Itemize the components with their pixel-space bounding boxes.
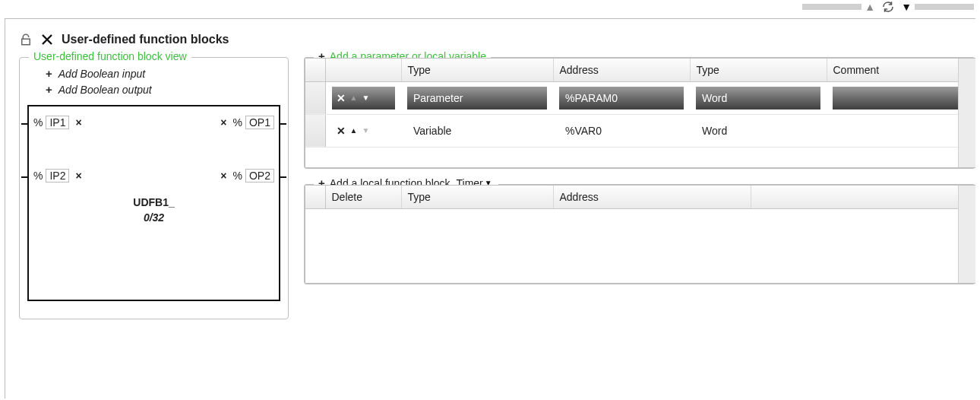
toolbar-segment xyxy=(802,4,861,10)
lock-icon[interactable] xyxy=(19,33,33,46)
delete-header[interactable]: Delete xyxy=(325,186,401,208)
move-down-icon[interactable]: ▼ xyxy=(362,94,369,102)
block-count: 0/32 xyxy=(29,211,279,224)
toolbar-segment xyxy=(915,4,974,10)
controls-header xyxy=(325,59,401,81)
comment-cell xyxy=(833,87,969,110)
top-toolbar: ▲ ▼ xyxy=(0,0,980,14)
add-boolean-input[interactable]: + Add Boolean input xyxy=(27,65,280,81)
percent-icon: % xyxy=(33,170,43,182)
udfb-view-group: User-defined function block view + Add B… xyxy=(19,57,289,319)
delete-output-icon[interactable]: × xyxy=(217,170,229,182)
address-header[interactable]: Address xyxy=(553,186,751,208)
params-group: + Add a parameter or local variable xyxy=(304,57,975,169)
address-cell: %VAR0 xyxy=(559,119,684,142)
type2-cell: Word xyxy=(696,119,820,142)
output-port-row: × % OP2 xyxy=(217,169,274,183)
udfb-view-legend: User-defined function block view xyxy=(29,50,191,62)
refresh-icon[interactable] xyxy=(878,0,898,14)
port-tick xyxy=(21,123,29,125)
output-port[interactable]: OP1 xyxy=(245,116,274,129)
type-header[interactable]: Type xyxy=(401,186,553,208)
vertical-scrollbar[interactable] xyxy=(958,186,975,283)
add-boolean-output-label: Add Boolean output xyxy=(58,84,152,96)
move-up-icon: ▲ xyxy=(350,94,358,102)
comment-header[interactable]: Comment xyxy=(827,59,975,81)
output-port-row: × % OP1 xyxy=(217,116,274,129)
row-handle[interactable] xyxy=(305,81,325,114)
row-handle[interactable] xyxy=(305,114,325,147)
address-cell: %PARAM0 xyxy=(559,87,684,110)
move-up-icon[interactable]: ▲ xyxy=(350,126,358,135)
input-port[interactable]: IP1 xyxy=(46,116,69,129)
type2-cell: Word xyxy=(696,87,820,110)
percent-icon: % xyxy=(233,170,242,182)
vertical-scrollbar[interactable] xyxy=(958,59,975,167)
percent-icon: % xyxy=(233,116,242,129)
local-fb-table: Delete Type Address xyxy=(305,186,975,209)
input-port-row: % IP2 × xyxy=(33,169,85,183)
move-down-icon: ▼ xyxy=(362,126,369,135)
delete-row-icon[interactable]: ✕ xyxy=(337,92,346,104)
port-tick xyxy=(279,123,286,125)
local-fb-table-wrap: Delete Type Address xyxy=(305,185,975,284)
local-fb-group: + Add a local function block Timer ▼ xyxy=(304,184,975,284)
input-port-row: % IP1 × xyxy=(33,116,85,129)
input-port[interactable]: IP2 xyxy=(46,169,69,183)
delete-output-icon[interactable]: × xyxy=(217,116,229,129)
add-boolean-output[interactable]: + Add Boolean output xyxy=(27,81,280,97)
function-block-diagram: % IP1 × % IP2 × × % OP1 xyxy=(27,105,280,301)
table-row[interactable]: ✕ ▲ ▼ Parameter %PARAM0 Word xyxy=(305,81,975,114)
main-panel: User-defined function blocks User-define… xyxy=(5,18,975,398)
port-tick xyxy=(279,176,286,178)
row-handle-header xyxy=(305,186,325,208)
type-cell: Variable xyxy=(407,119,547,142)
expand-down-icon[interactable]: ▼ xyxy=(899,1,913,13)
port-tick xyxy=(21,176,29,178)
params-table-wrap: Type Address Type Comment xyxy=(305,58,975,168)
delete-row-icon[interactable]: ✕ xyxy=(337,125,346,137)
address-header[interactable]: Address xyxy=(553,59,690,81)
plus-icon: + xyxy=(46,67,52,80)
table-row[interactable]: ✕ ▲ ▼ Variable %VAR0 Word xyxy=(305,114,975,147)
row-handle-header xyxy=(305,59,325,81)
delete-input-icon[interactable]: × xyxy=(72,170,84,182)
rest-header xyxy=(751,186,975,208)
page-header: User-defined function blocks xyxy=(19,33,975,46)
delete-input-icon[interactable]: × xyxy=(72,116,84,129)
block-name: UDFB1_ xyxy=(29,196,279,208)
params-table: Type Address Type Comment xyxy=(305,59,975,148)
comment-cell xyxy=(833,119,969,142)
collapse-up-icon[interactable]: ▲ xyxy=(863,1,877,13)
page-title: User-defined function blocks xyxy=(62,33,229,46)
add-boolean-input-label: Add Boolean input xyxy=(58,68,145,80)
type2-header[interactable]: Type xyxy=(690,59,827,81)
output-port[interactable]: OP2 xyxy=(245,169,274,183)
type-cell: Parameter xyxy=(407,87,547,110)
close-icon[interactable] xyxy=(40,33,54,46)
percent-icon: % xyxy=(33,116,43,129)
plus-icon: + xyxy=(46,83,52,96)
type-header[interactable]: Type xyxy=(401,59,553,81)
